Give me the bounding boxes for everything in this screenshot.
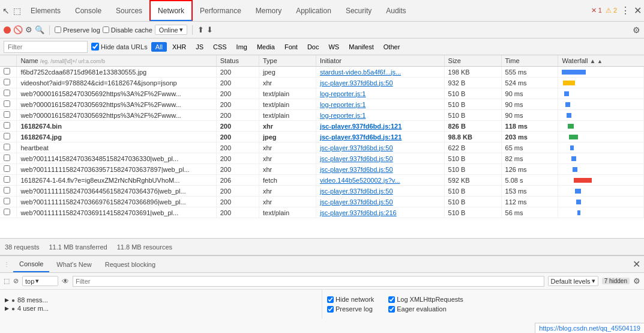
col-size-header[interactable]: Size (444, 55, 501, 67)
console-settings-icon[interactable]: ⚙ (633, 276, 640, 286)
filter-xhr[interactable]: XHR (168, 42, 190, 52)
row-checkbox[interactable] (4, 90, 10, 96)
tab-performance[interactable]: Performance (193, 0, 248, 21)
col-status-header[interactable]: Status (216, 55, 259, 67)
row-initiator[interactable]: log-reporter.js:1 (316, 88, 444, 99)
table-row[interactable]: web?0011111158247036395715824703637897|w… (0, 164, 644, 175)
expand-messages-icon[interactable]: ▶ (5, 297, 9, 303)
context-dropdown[interactable]: top ▾ (22, 276, 58, 286)
tab-sources[interactable]: Sources (109, 0, 149, 21)
row-name[interactable]: 16182674.jpg (17, 132, 216, 142)
row-initiator[interactable]: jsc-player.937fd6bd.js:121 (316, 121, 444, 132)
row-checkbox[interactable] (4, 100, 10, 107)
disable-cache-label[interactable]: Disable cache (103, 26, 152, 34)
row-name[interactable]: web?0011111158247036395715824703637897|w… (17, 164, 216, 175)
row-checkbox[interactable] (4, 154, 10, 161)
row-initiator[interactable]: jsc-player.937fd6bd.js:50 (316, 197, 444, 207)
row-checkbox[interactable] (4, 176, 10, 183)
preserve-log-label[interactable]: Preserve log (55, 26, 100, 34)
table-row[interactable]: web?0011111158247036911415824703691|web_… (0, 207, 644, 218)
preserve-log-checkbox[interactable] (55, 26, 61, 33)
bottom-close-icon[interactable]: ✕ (633, 258, 640, 270)
row-initiator[interactable]: jsc-player.937fd6bd.js:121 (316, 132, 444, 142)
row-name[interactable]: videoshot?aid=9788824&cid=16182674&jsonp… (17, 78, 216, 88)
table-row[interactable]: web?0000161582470305692https%3A%2F%2Fwww… (0, 99, 644, 110)
bottom-tab-request-blocking[interactable]: Request blocking (99, 256, 161, 272)
row-checkbox[interactable] (4, 209, 10, 215)
record-button[interactable] (4, 26, 11, 34)
clear-button[interactable]: 🚫 (13, 25, 23, 34)
tab-network[interactable]: Network (149, 0, 193, 21)
table-row[interactable]: web?00111111582470364456158247036437б|we… (0, 186, 644, 197)
row-name[interactable]: f6bd7252cdaa68715d9681e133830555.jpg (17, 67, 216, 78)
network-table-wrapper[interactable]: Name /eg. /small[\d]+/ url:a.com/b Statu… (0, 55, 644, 238)
filter-other[interactable]: Other (379, 42, 405, 52)
log-xhr-checkbox[interactable] (388, 296, 395, 303)
disable-cache-checkbox[interactable] (103, 26, 109, 33)
row-initiator[interactable]: jsc-player.937fd6bd.js:50 (316, 153, 444, 164)
bottom-tab-console[interactable]: Console (13, 256, 49, 272)
table-row[interactable]: web?00111111582470366976158247036689б|we… (0, 197, 644, 207)
log-xhr-label[interactable]: Log XMLHttpRequests (388, 296, 463, 303)
eager-eval-checkbox[interactable] (388, 306, 395, 313)
row-checkbox[interactable] (4, 133, 10, 139)
tab-security[interactable]: Security (339, 0, 379, 21)
table-row[interactable]: web?0011141582470363485158247036330|web_… (0, 153, 644, 164)
bottom-drag-handle[interactable]: ⋮ (4, 261, 10, 267)
filter-font[interactable]: Font (280, 42, 302, 52)
table-row[interactable]: web?0000161582470305692https%3A%2F%2Fwww… (0, 88, 644, 99)
row-name[interactable]: 16182674-1-64.flv?e=ig8euxZM2rNcNbRghbUV… (17, 175, 216, 186)
table-row[interactable]: 16182674-1-64.flv?e=ig8euxZM2rNcNbRghbUV… (0, 175, 644, 186)
row-name[interactable]: web?0000161582470305692https%3A%2F%2Fwww… (17, 110, 216, 121)
col-waterfall-header[interactable]: Waterfall ▲ (558, 55, 644, 67)
row-initiator[interactable]: jsc-player.937fd6bd.js:50 (316, 142, 444, 153)
filter-img[interactable]: Img (232, 42, 251, 52)
filter-manifest[interactable]: Manifest (345, 42, 378, 52)
row-checkbox[interactable] (4, 122, 10, 129)
row-name[interactable]: web?0000161582470305692https%3A%2F%2Fwww… (17, 99, 216, 110)
eager-eval-label[interactable]: Eager evaluation (388, 305, 463, 313)
export-har-icon[interactable]: ⬇ (206, 25, 213, 34)
default-levels-dropdown[interactable]: Default levels ▾ (548, 276, 598, 286)
console-item-users[interactable]: ▶ ● 4 user m... (5, 305, 317, 312)
row-name[interactable]: 16182674.bin (17, 121, 216, 132)
devtools-icon[interactable]: ↖ ⬚ (2, 6, 21, 16)
expand-users-icon[interactable]: ▶ (5, 305, 9, 311)
hide-network-checkbox[interactable] (327, 296, 334, 303)
filter-input[interactable] (4, 41, 88, 53)
filter-css[interactable]: CSS (209, 42, 231, 52)
row-initiator[interactable]: stardust-video.b5a4f6f...js... (316, 67, 444, 78)
import-har-icon[interactable]: ⬆ (197, 25, 204, 34)
tab-console[interactable]: Console (68, 0, 109, 21)
row-initiator[interactable]: log-reporter.js:1 (316, 110, 444, 121)
row-name[interactable]: heartbeat (17, 142, 216, 153)
hide-network-label[interactable]: Hide network (327, 296, 374, 303)
col-initiator-header[interactable]: Initiator (316, 55, 444, 67)
tab-memory[interactable]: Memory (248, 0, 289, 21)
row-initiator[interactable]: jsc-player.937fd6bd.js:50 (316, 78, 444, 88)
filter-ws[interactable]: WS (324, 42, 343, 52)
row-checkbox[interactable] (4, 111, 10, 118)
table-row[interactable]: 16182674.jpg 200 jpeg jsc-player.937fd6b… (0, 132, 644, 142)
eye-icon[interactable]: 👁 (62, 277, 69, 286)
row-initiator[interactable]: log-reporter.js:1 (316, 99, 444, 110)
row-name[interactable]: web?00111111582470366976158247036689б|we… (17, 197, 216, 207)
col-time-header[interactable]: Time (501, 55, 558, 67)
filter-toggle-icon[interactable]: ⚙ (25, 25, 32, 34)
preserve-log-console-checkbox[interactable] (327, 306, 334, 313)
settings-gear-icon[interactable]: ⚙ (633, 25, 640, 35)
col-name-header[interactable]: Name /eg. /small[\d]+/ url:a.com/b (17, 55, 216, 67)
row-name[interactable]: web?00111111582470364456158247036437б|we… (17, 186, 216, 197)
filter-doc[interactable]: Doc (303, 42, 324, 52)
filter-media[interactable]: Media (253, 42, 279, 52)
close-devtools-icon[interactable]: ✕ (634, 5, 642, 16)
console-stop-icon[interactable]: ⊘ (13, 277, 19, 285)
device-icon[interactable]: ⬚ (13, 6, 21, 16)
search-icon[interactable]: 🔍 (35, 25, 44, 34)
col-type-header[interactable]: Type (259, 55, 316, 67)
row-checkbox[interactable] (4, 144, 10, 150)
console-nav-icon[interactable]: ⬚ (4, 277, 10, 285)
hide-data-url-label[interactable]: Hide data URLs (91, 43, 148, 50)
row-name[interactable]: web?0000161582470305692https%3A%2F%2Fwww… (17, 88, 216, 99)
table-row[interactable]: web?0000161582470305692https%3A%2F%2Fwww… (0, 110, 644, 121)
